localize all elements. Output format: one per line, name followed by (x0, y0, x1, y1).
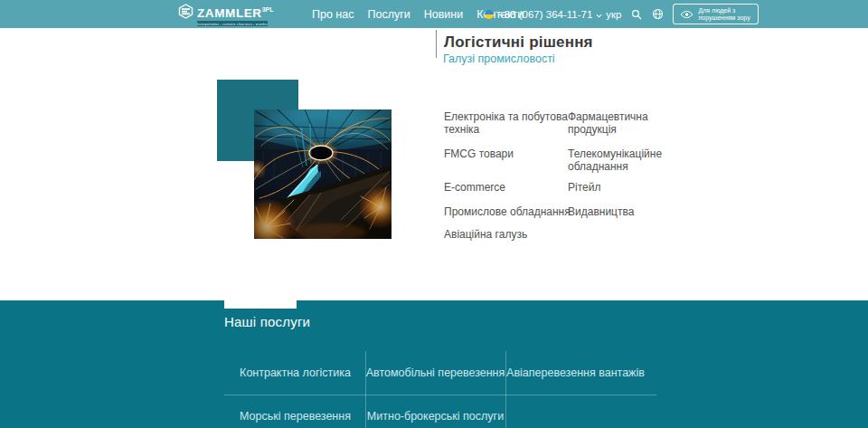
accessibility-label-line1: Для людей з (699, 7, 736, 14)
page-title: Логістичні рішення (444, 33, 593, 52)
industry-item[interactable]: Телекомунікаційне обладнання (568, 147, 676, 173)
service-link-contract-logistics[interactable]: Контрактна логістика (240, 366, 351, 379)
eye-icon (680, 10, 693, 19)
service-link-road-transport[interactable]: Автомобільні перевезення (366, 366, 505, 379)
services-title: Наші послуги (224, 314, 310, 329)
nav-about[interactable]: Про нас (312, 8, 354, 21)
phone-link[interactable]: +38 (067) 364-11-71 (498, 9, 592, 20)
service-cell: Контрактна логістика (225, 351, 365, 395)
main-content: Логістичні рішення Галузі промисловості … (0, 28, 868, 300)
language-switcher[interactable]: укр (606, 9, 621, 20)
service-cell: Авіаперевезення вантажів (505, 351, 646, 395)
industry-item[interactable]: Рітейл (568, 181, 676, 194)
title-left-divider (436, 30, 437, 58)
services-section: Наші послуги Контрактна логістика Автомо… (0, 300, 868, 428)
brand-name: ZAMMLER3PL (197, 3, 274, 20)
globe-icon[interactable] (651, 7, 665, 22)
nav-services[interactable]: Послуги (367, 8, 410, 21)
brand-logo[interactable]: ZAMMLER3PL transportation - customs clea… (178, 3, 274, 26)
service-link-sea-transport[interactable]: Морські перевезення (240, 410, 351, 423)
search-icon[interactable] (629, 7, 644, 22)
brand-tagline: transportation - customs clearance - war… (197, 21, 268, 26)
industries-link[interactable]: Галузі промисловості (443, 52, 555, 65)
accessibility-mode-button[interactable]: Для людей з порушенням зору (673, 4, 759, 24)
header-right-group: +38 (067) 364-11-71 укр Для людей (485, 0, 759, 28)
industry-item[interactable]: Фармацевтична продукція (568, 110, 676, 136)
zammler-logo-icon (178, 4, 193, 19)
accessibility-label-line2: порушенням зору (699, 14, 750, 21)
service-cell: Митно-брокерські послуги (365, 395, 505, 428)
decor-white-notch (224, 300, 297, 309)
warehouse-lightpainting-photo (254, 109, 392, 239)
industry-item[interactable]: E-commerce (444, 181, 580, 194)
industry-item[interactable]: Авіаційна галузь (444, 228, 580, 241)
top-header: ZAMMLER3PL transportation - customs clea… (0, 0, 868, 28)
ukraine-flag-icon (485, 10, 494, 19)
service-link-customs-broker[interactable]: Митно-брокерські послуги (367, 410, 504, 423)
nav-news[interactable]: Новини (424, 8, 464, 21)
chevron-down-icon[interactable] (596, 13, 602, 19)
industry-item[interactable]: Промислове обладнання (444, 205, 580, 218)
service-cell: Автомобільні перевезення (365, 351, 505, 395)
service-link-air-freight[interactable]: Авіаперевезення вантажів (506, 366, 645, 379)
brand-3pl-sup: 3PL (262, 6, 274, 13)
service-cell: Морські перевезення (225, 395, 365, 428)
industry-item[interactable]: Видавництва (568, 205, 676, 218)
industry-item[interactable]: Електроніка та побутова техніка (444, 110, 580, 136)
industry-item[interactable]: FMCG товари (444, 147, 580, 160)
